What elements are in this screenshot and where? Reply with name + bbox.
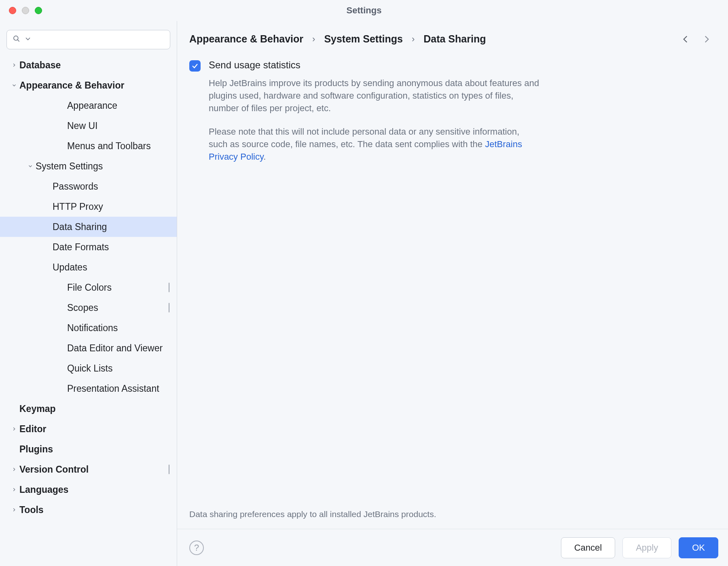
tree-item[interactable]: Scopes	[0, 298, 177, 318]
scope-box-icon	[169, 465, 169, 474]
tree-item[interactable]: File Colors	[0, 277, 177, 298]
forward-arrow-icon	[701, 34, 712, 44]
tree-item[interactable]: Date Formats	[0, 237, 177, 257]
breadcrumb-item: Data Sharing	[423, 33, 486, 45]
close-window-button[interactable]	[9, 7, 16, 14]
window-title: Settings	[0, 5, 728, 16]
scope-box-icon	[169, 303, 169, 313]
tree-item-label: File Colors	[67, 282, 112, 293]
tree-item[interactable]: HTTP Proxy	[0, 196, 177, 217]
tree-item-label: Database	[19, 60, 61, 71]
settings-window: Settings DatabaseAppearance & BehaviorAp…	[0, 0, 728, 566]
tree-item[interactable]: Appearance & Behavior	[0, 75, 177, 95]
chevron-right-icon	[11, 61, 18, 69]
tree-item-label: Plugins	[19, 444, 53, 455]
tree-item[interactable]: Keymap	[0, 399, 177, 419]
tree-item[interactable]: Passwords	[0, 176, 177, 196]
breadcrumb-item[interactable]: System Settings	[324, 33, 403, 45]
tree-item[interactable]: Data Editor and Viewer	[0, 338, 177, 358]
cancel-button[interactable]: Cancel	[561, 537, 615, 558]
titlebar: Settings	[0, 0, 728, 21]
tree-item[interactable]: Version Control	[0, 459, 177, 479]
chevron-down-icon	[27, 163, 34, 170]
back-arrow-icon[interactable]	[680, 34, 691, 44]
chevron-right-icon	[11, 506, 18, 513]
tree-item-label: Notifications	[67, 323, 118, 334]
send-usage-statistics-label: Send usage statistics	[209, 59, 301, 71]
content-area: Send usage statistics Help JetBrains imp…	[177, 55, 728, 509]
tree-item-label: Updates	[53, 262, 87, 273]
settings-tree[interactable]: DatabaseAppearance & BehaviorAppearanceN…	[0, 55, 177, 566]
tree-item-label: Presentation Assistant	[67, 383, 159, 394]
minimize-window-button[interactable]	[22, 7, 29, 14]
tree-item[interactable]: New UI	[0, 116, 177, 136]
tree-item[interactable]: Updates	[0, 257, 177, 277]
footnote-text: Data sharing preferences apply to all in…	[177, 509, 728, 529]
scope-box-icon	[169, 283, 169, 292]
tree-item[interactable]: Menus and Toolbars	[0, 136, 177, 156]
tree-item-label: HTTP Proxy	[53, 201, 103, 212]
tree-item[interactable]: Tools	[0, 500, 177, 520]
search-input[interactable]	[35, 35, 164, 44]
main-panel: Appearance & Behavior › System Settings …	[177, 21, 728, 566]
tree-item[interactable]: Plugins	[0, 439, 177, 459]
tree-item-label: Appearance & Behavior	[19, 80, 124, 91]
tree-item-label: Keymap	[19, 403, 55, 414]
dialog-footer: ? Cancel Apply OK	[177, 529, 728, 566]
zoom-window-button[interactable]	[35, 7, 42, 14]
description-paragraph: Please note that this will not include p…	[209, 126, 540, 163]
chevron-right-icon: ›	[312, 34, 315, 44]
window-controls	[0, 7, 42, 14]
help-button[interactable]: ?	[189, 541, 204, 555]
breadcrumb: Appearance & Behavior › System Settings …	[189, 33, 486, 45]
chevron-right-icon	[11, 486, 18, 493]
tree-item-label: Scopes	[67, 302, 98, 313]
search-field[interactable]	[6, 30, 170, 49]
tree-item-label: New UI	[67, 120, 97, 131]
apply-button: Apply	[622, 537, 671, 558]
search-icon	[13, 35, 21, 45]
tree-item-label: Tools	[19, 505, 44, 515]
tree-item[interactable]: Editor	[0, 419, 177, 439]
description-paragraph: Help JetBrains improve its products by s…	[209, 77, 540, 114]
tree-item[interactable]: Presentation Assistant	[0, 378, 177, 399]
chevron-right-icon	[11, 425, 18, 433]
tree-item-label: Languages	[19, 484, 68, 495]
chevron-down-icon	[11, 82, 18, 89]
tree-item-label: Appearance	[67, 100, 117, 111]
tree-item-label: Quick Lists	[67, 363, 112, 374]
tree-item[interactable]: System Settings	[0, 156, 177, 176]
breadcrumb-nav	[680, 34, 712, 44]
tree-item-label: Menus and Toolbars	[67, 141, 151, 152]
tree-item[interactable]: Languages	[0, 479, 177, 500]
tree-item[interactable]: Notifications	[0, 318, 177, 338]
svg-line-1	[18, 40, 19, 41]
tree-item-label: Editor	[19, 424, 46, 435]
tree-item[interactable]: Database	[0, 55, 177, 75]
tree-item[interactable]: Quick Lists	[0, 358, 177, 378]
chevron-down-icon	[24, 35, 32, 45]
sidebar: DatabaseAppearance & BehaviorAppearanceN…	[0, 21, 177, 566]
tree-item-label: Date Formats	[53, 242, 109, 253]
tree-item[interactable]: Data Sharing	[0, 217, 177, 237]
tree-item[interactable]: Appearance	[0, 95, 177, 116]
tree-item-label: System Settings	[36, 161, 103, 172]
send-usage-statistics-checkbox[interactable]	[189, 60, 201, 72]
tree-item-label: Version Control	[19, 464, 89, 475]
description-text: Help JetBrains improve its products by s…	[209, 77, 540, 163]
chevron-right-icon: ›	[412, 34, 415, 44]
ok-button[interactable]: OK	[679, 537, 718, 558]
tree-item-label: Passwords	[53, 181, 98, 192]
svg-point-0	[14, 36, 18, 40]
breadcrumb-item[interactable]: Appearance & Behavior	[189, 33, 303, 45]
chevron-right-icon	[11, 466, 18, 473]
tree-item-label: Data Editor and Viewer	[67, 343, 163, 354]
tree-item-label: Data Sharing	[53, 222, 107, 232]
checkmark-icon	[191, 62, 199, 70]
